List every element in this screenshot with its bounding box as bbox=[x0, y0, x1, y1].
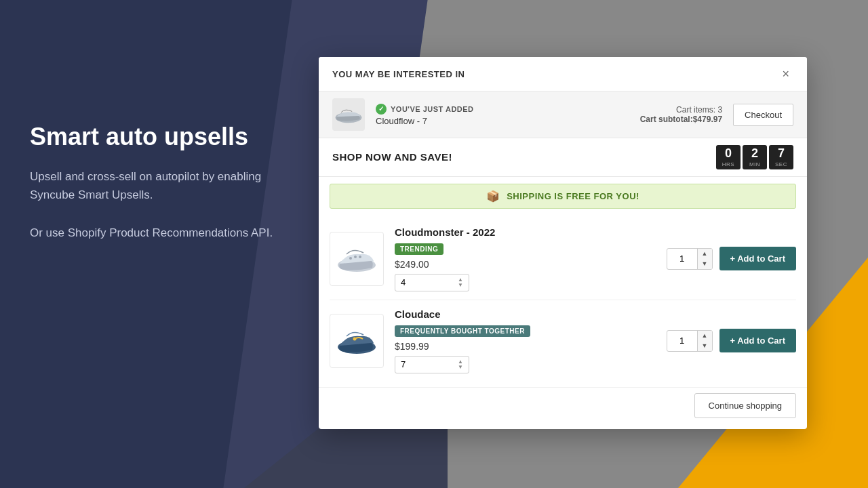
product-shoe-svg-1 bbox=[332, 242, 382, 276]
size-selector-1[interactable]: 4 ▲ ▼ bbox=[395, 274, 469, 291]
modal-title: YOU MAY BE INTERESTED IN bbox=[332, 69, 465, 79]
cart-product-name: Cloudflow - 7 bbox=[376, 116, 629, 126]
cart-shoe-image bbox=[332, 98, 365, 131]
check-icon: ✓ bbox=[376, 104, 387, 115]
main-heading: Smart auto upsells bbox=[30, 122, 288, 151]
modal-header: YOU MAY BE INTERESTED IN × bbox=[319, 57, 807, 92]
paragraph-2: Or use Shopify Product Recommendations A… bbox=[30, 224, 288, 242]
paragraph-1: Upsell and cross-sell on autopilot by en… bbox=[30, 167, 288, 204]
product-controls-1: ▲ ▼ + Add to Cart bbox=[667, 247, 796, 270]
product-controls-2: ▲ ▼ + Add to Cart bbox=[667, 329, 796, 352]
modal-footer: Continue shopping bbox=[319, 387, 807, 429]
product-row-2: Cloudace FREQUENTLY BOUGHT TOGETHER $199… bbox=[330, 300, 796, 382]
size-selector-2[interactable]: 7 ▲ ▼ bbox=[395, 356, 469, 373]
product-badge-1: TRENDING bbox=[395, 243, 443, 255]
quantity-control-2[interactable]: ▲ ▼ bbox=[667, 330, 713, 352]
qty-up-1[interactable]: ▲ bbox=[698, 249, 712, 259]
qty-up-2[interactable]: ▲ bbox=[698, 331, 712, 341]
shipping-icon: 📦 bbox=[486, 190, 500, 203]
shop-now-text: SHOP NOW AND SAVE! bbox=[332, 151, 452, 163]
qty-down-1[interactable]: ▼ bbox=[698, 259, 712, 269]
quantity-control-1[interactable]: ▲ ▼ bbox=[667, 248, 713, 270]
left-panel: Smart auto upsells Upsell and cross-sell… bbox=[30, 122, 288, 261]
product-image-1 bbox=[330, 232, 384, 286]
add-to-cart-button-2[interactable]: + Add to Cart bbox=[719, 329, 797, 352]
cart-summary-bar: ✓ YOU'VE JUST ADDED Cloudflow - 7 Cart i… bbox=[319, 92, 807, 138]
cart-totals: Cart items: 3 Cart subtotal:$479.97 bbox=[640, 105, 722, 124]
svg-point-2 bbox=[349, 257, 352, 260]
svg-point-6 bbox=[353, 337, 357, 340]
close-button[interactable]: × bbox=[778, 66, 793, 81]
product-badge-2: FREQUENTLY BOUGHT TOGETHER bbox=[395, 325, 530, 337]
quantity-arrows-1: ▲ ▼ bbox=[697, 249, 712, 269]
shipping-bar: 📦 SHIPPING IS FREE FOR YOU! bbox=[330, 184, 796, 209]
continue-shopping-button[interactable]: Continue shopping bbox=[694, 393, 796, 418]
cart-items-count: Cart items: 3 bbox=[640, 105, 722, 115]
cart-added-label: ✓ YOU'VE JUST ADDED bbox=[376, 104, 629, 115]
svg-point-4 bbox=[359, 256, 361, 258]
quantity-input-1[interactable] bbox=[667, 251, 697, 266]
product-name-1: Cloudmonster - 2022 bbox=[395, 226, 656, 238]
product-price-2: $199.99 bbox=[395, 341, 656, 352]
cart-product-thumbnail bbox=[332, 98, 365, 131]
svg-point-3 bbox=[354, 256, 357, 258]
upsell-modal: YOU MAY BE INTERESTED IN × ✓ YOU'VE JUST… bbox=[319, 57, 807, 429]
modal-area: YOU MAY BE INTERESTED IN × ✓ YOU'VE JUST… bbox=[319, 57, 807, 429]
products-list: Cloudmonster - 2022 TRENDING $249.00 4 ▲… bbox=[319, 216, 807, 387]
cart-subtotal: Cart subtotal:$479.97 bbox=[640, 115, 722, 124]
quantity-arrows-2: ▲ ▼ bbox=[697, 331, 712, 351]
shipping-text: SHIPPING IS FREE FOR YOU! bbox=[507, 191, 639, 201]
product-info-1: Cloudmonster - 2022 TRENDING $249.00 4 ▲… bbox=[395, 226, 656, 291]
product-row-1: Cloudmonster - 2022 TRENDING $249.00 4 ▲… bbox=[330, 218, 796, 300]
checkout-button[interactable]: Checkout bbox=[733, 104, 793, 126]
timer-hours: 0 HRS bbox=[716, 145, 741, 169]
add-to-cart-button-1[interactable]: + Add to Cart bbox=[719, 247, 797, 270]
timer-seconds: 7 SEC bbox=[769, 145, 793, 169]
timer-minutes: 2 MIN bbox=[743, 145, 767, 169]
product-info-2: Cloudace FREQUENTLY BOUGHT TOGETHER $199… bbox=[395, 308, 656, 373]
countdown-timer: 0 HRS 2 MIN 7 SEC bbox=[716, 145, 793, 169]
shop-now-bar: SHOP NOW AND SAVE! 0 HRS 2 MIN 7 SEC bbox=[319, 138, 807, 177]
product-name-2: Cloudace bbox=[395, 308, 656, 320]
size-arrows-1: ▲ ▼ bbox=[458, 277, 463, 288]
product-shoe-svg-2 bbox=[332, 324, 382, 358]
product-image-2 bbox=[330, 314, 384, 368]
qty-down-2[interactable]: ▼ bbox=[698, 341, 712, 351]
quantity-input-2[interactable] bbox=[667, 333, 697, 348]
product-price-1: $249.00 bbox=[395, 259, 656, 270]
size-arrows-2: ▲ ▼ bbox=[458, 359, 463, 370]
cart-added-info: ✓ YOU'VE JUST ADDED Cloudflow - 7 bbox=[376, 104, 629, 126]
